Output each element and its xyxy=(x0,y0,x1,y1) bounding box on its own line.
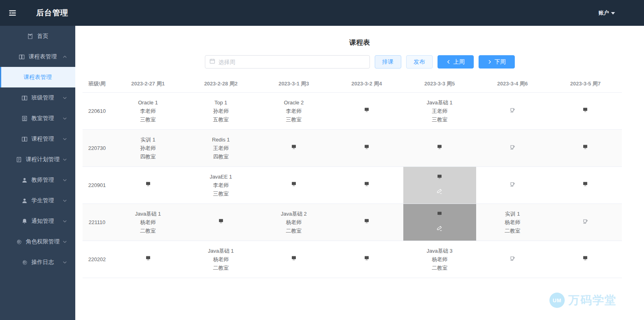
schedule-cell xyxy=(184,204,257,241)
schedule-header-row: 班级\周2023-2-27 周12023-2-28 周22023-3-1 周32… xyxy=(83,75,622,93)
room-label: 四教室 xyxy=(140,152,156,161)
room-label: 三教室 xyxy=(432,115,448,124)
sidebar-item-label: 教室管理 xyxy=(31,115,54,122)
schedule-cell[interactable] xyxy=(403,167,476,204)
sidebar-item-角色权限管理[interactable]: 角色权限管理 xyxy=(0,231,75,252)
sidebar-item-学生管理[interactable]: 学生管理 xyxy=(0,190,75,211)
caret-down-icon xyxy=(62,116,67,121)
next-week-label: 下周 xyxy=(495,58,506,66)
day-header: 2023-3-2 周4 xyxy=(330,75,403,92)
sidebar-item-班级管理[interactable]: 班级管理 xyxy=(0,87,75,108)
sidebar-item-操作日志[interactable]: 操作日志 xyxy=(0,252,75,272)
sidebar-item-教室管理[interactable]: 教室管理 xyxy=(0,108,75,129)
monitor-icon xyxy=(582,144,588,152)
teacher-label: 王老师 xyxy=(213,144,229,152)
course-label: 实训 1 xyxy=(140,135,155,144)
edit-pencil-icon[interactable] xyxy=(436,188,443,197)
monitor-icon xyxy=(582,255,588,264)
next-week-button[interactable]: 下周 xyxy=(479,55,515,69)
account-label: 账户 xyxy=(599,9,609,17)
calendar-icon xyxy=(209,58,215,66)
teacher-label: 孙老师 xyxy=(213,107,229,115)
account-dropdown[interactable]: 账户 xyxy=(599,0,615,26)
room-label: 二教室 xyxy=(432,264,448,272)
room-label: 四教室 xyxy=(213,152,229,161)
caret-down-icon xyxy=(62,157,67,162)
schedule-cell xyxy=(476,130,549,166)
course-cell: Java基础 2杨老师二教室 xyxy=(257,204,330,241)
sidebar-subitem-课程表管理[interactable]: 课程表管理 xyxy=(0,67,75,87)
document-icon xyxy=(16,156,22,163)
course-cell: Java基础 1王老师三教室 xyxy=(403,93,476,129)
caret-up-icon xyxy=(62,54,67,59)
edit-pencil-icon[interactable] xyxy=(436,225,443,234)
course-cell: Oracle 1李老师三教室 xyxy=(111,93,184,129)
course-label: Java基础 3 xyxy=(427,247,452,255)
course-label: Java基础 1 xyxy=(135,210,161,218)
monitor-icon xyxy=(582,107,588,115)
sidebar-item-通知管理[interactable]: 通知管理 xyxy=(0,211,75,231)
sidebar-item-课程计划管理[interactable]: 课程计划管理 xyxy=(0,149,75,170)
course-label: Java基础 1 xyxy=(208,247,234,255)
monitor-icon xyxy=(218,218,224,226)
caret-down-icon xyxy=(62,96,67,100)
caret-down-icon xyxy=(62,178,67,183)
schedule-cell xyxy=(111,167,184,204)
class-id: 220202 xyxy=(83,241,111,278)
sidebar-item-label: 班级管理 xyxy=(31,94,54,102)
schedule-button[interactable]: 排课 xyxy=(375,55,401,69)
coffee-cup-icon xyxy=(582,218,588,227)
sidebar-item-课程管理[interactable]: 课程管理 xyxy=(0,129,75,149)
day-header: 2023-3-3 周5 xyxy=(403,75,476,92)
room-label: 三教室 xyxy=(286,115,301,124)
schedule-row: 220202Java基础 1杨老师二教室Java基础 3杨老师二教室 xyxy=(83,241,622,278)
teacher-label: 王老师 xyxy=(432,107,448,115)
schedule-cell xyxy=(549,241,622,278)
coffee-cup-icon xyxy=(509,107,516,116)
course-cell: Redis 1王老师四教室 xyxy=(184,130,257,166)
room-label: 五教室 xyxy=(213,115,229,124)
collapse-sidebar-icon[interactable] xyxy=(8,8,17,17)
course-cell: JavaEE 1李老师三教室 xyxy=(184,167,257,204)
room-label: 三教室 xyxy=(213,189,229,198)
publish-button[interactable]: 发布 xyxy=(406,55,433,69)
day-header: 2023-2-28 周2 xyxy=(184,75,257,92)
schedule-cell xyxy=(111,241,184,278)
sidebar-menu: 首页课程表管理课程表管理班级管理教室管理课程管理课程计划管理教师管理学生管理通知… xyxy=(0,26,75,320)
day-header: 2023-3-5 周7 xyxy=(549,75,622,92)
monitor-icon xyxy=(145,255,151,264)
day-header: 2023-2-27 周1 xyxy=(111,75,184,92)
home-icon xyxy=(27,33,33,39)
sidebar-item-label: 首页 xyxy=(37,33,48,40)
schedule-cell[interactable] xyxy=(403,204,476,241)
course-label: Oracle 2 xyxy=(284,98,303,107)
schedule-cell xyxy=(549,204,622,241)
gear-icon xyxy=(21,259,28,266)
sidebar-item-label: 课程表管理 xyxy=(29,53,57,60)
coffee-cup-icon xyxy=(509,181,516,190)
sidebar-item-教师管理[interactable]: 教师管理 xyxy=(0,170,75,190)
chevron-right-icon xyxy=(487,60,492,64)
schedule-row: 221110Java基础 1杨老师二教室Java基础 2杨老师二教室实训 1杨老… xyxy=(83,204,622,241)
week-picker-input[interactable] xyxy=(219,59,365,65)
notebook-icon xyxy=(21,136,28,142)
course-cell: Java基础 3杨老师二教室 xyxy=(403,241,476,278)
week-picker[interactable] xyxy=(205,55,370,69)
monitor-icon xyxy=(436,174,443,182)
sidebar-item-label: 课程表管理 xyxy=(24,74,52,81)
room-label: 二教室 xyxy=(213,264,229,272)
sidebar-item-课程表管理[interactable]: 课程表管理 xyxy=(0,46,75,67)
course-cell: 实训 1孙老师四教室 xyxy=(111,130,184,166)
room-label: 二教室 xyxy=(286,226,301,235)
schedule-cell xyxy=(330,93,403,129)
user-icon xyxy=(21,197,28,204)
schedule-row: 220730实训 1孙老师四教室Redis 1王老师四教室 xyxy=(83,130,622,167)
monitor-icon xyxy=(291,255,297,264)
course-label: Top 1 xyxy=(215,98,227,107)
chevron-left-icon xyxy=(446,60,451,64)
prev-week-button[interactable]: 上周 xyxy=(438,55,474,69)
sidebar-item-首页[interactable]: 首页 xyxy=(0,26,75,46)
prev-week-label: 上周 xyxy=(454,58,465,66)
gear-icon xyxy=(16,239,22,245)
schedule-cell xyxy=(476,167,549,204)
